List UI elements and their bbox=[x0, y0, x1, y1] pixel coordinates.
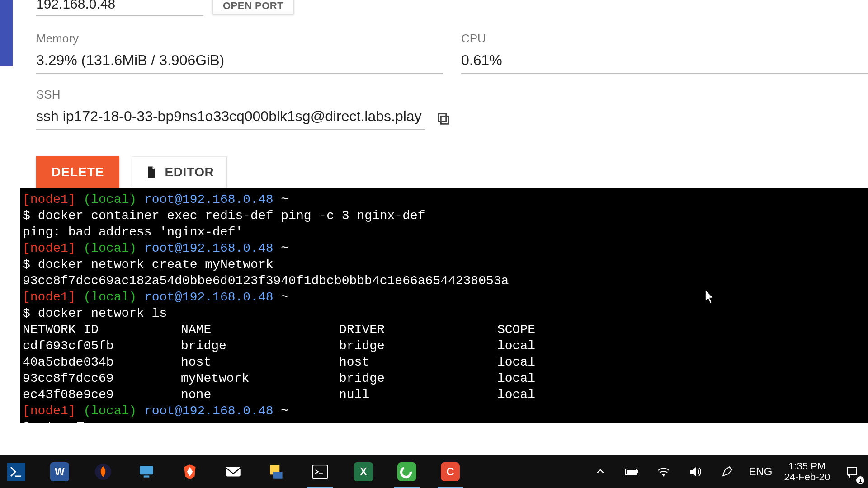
table-row: 40a5cbde034bhosthostlocal bbox=[23, 354, 865, 371]
prompt-line: [node1] (local) root@192.168.0.48 ~ bbox=[23, 192, 865, 208]
cpu-value: 0.61% bbox=[461, 52, 868, 74]
start-icon[interactable] bbox=[6, 462, 26, 482]
cmd-input-line[interactable]: $ clear bbox=[23, 419, 865, 436]
copy-button[interactable] bbox=[434, 109, 453, 128]
battery-icon[interactable] bbox=[622, 462, 642, 482]
delete-button[interactable]: DELETE bbox=[36, 156, 119, 188]
word-icon[interactable]: W bbox=[50, 462, 70, 482]
ip-row: 192.168.0.48 OPEN PORT bbox=[36, 0, 841, 16]
svg-text:W: W bbox=[55, 466, 65, 478]
prompt-line: [node1] (local) root@192.168.0.48 ~ bbox=[23, 403, 865, 419]
svg-rect-1 bbox=[439, 114, 446, 122]
svg-rect-10 bbox=[273, 472, 283, 479]
file-icon bbox=[145, 165, 158, 179]
tray-chevron-icon[interactable] bbox=[590, 462, 610, 482]
table-header: NETWORK IDNAMEDRIVERSCOPE bbox=[23, 322, 865, 338]
memory-label: Memory bbox=[36, 32, 443, 46]
editor-label: EDITOR bbox=[165, 165, 214, 179]
camtasia-icon[interactable] bbox=[397, 462, 417, 482]
memory-block: Memory 3.29% (131.6MiB / 3.906GiB) bbox=[36, 32, 443, 74]
output-line: ping: bad address 'nginx-def' bbox=[23, 224, 865, 240]
putty-icon[interactable] bbox=[267, 462, 287, 482]
svg-rect-8 bbox=[226, 467, 241, 477]
stats-row: Memory 3.29% (131.6MiB / 3.906GiB) CPU 0… bbox=[36, 32, 841, 74]
page: 192.168.0.48 OPEN PORT Memory 3.29% (131… bbox=[0, 0, 868, 455]
ip-field[interactable]: 192.168.0.48 bbox=[36, 0, 203, 16]
copy-icon bbox=[436, 111, 451, 127]
svg-rect-0 bbox=[441, 116, 448, 124]
recorder-icon[interactable]: C bbox=[440, 462, 460, 482]
open-port-button[interactable]: OPEN PORT bbox=[212, 0, 294, 14]
mail-icon[interactable] bbox=[223, 462, 243, 482]
clock-date: 24-Feb-20 bbox=[784, 472, 830, 483]
editor-button[interactable]: EDITOR bbox=[132, 157, 226, 188]
ssh-row: SSH ssh ip172-18-0-33-bp9ns1o33cq000blk1… bbox=[36, 88, 841, 130]
svg-rect-7 bbox=[144, 475, 150, 477]
memory-value: 3.29% (131.6MiB / 3.906GiB) bbox=[36, 52, 443, 74]
table-row: 93cc8f7dcc69myNetworkbridgelocal bbox=[23, 371, 865, 387]
svg-rect-6 bbox=[140, 466, 153, 474]
keyboard-language[interactable]: ENG bbox=[749, 465, 772, 478]
cpu-block: CPU 0.61% bbox=[461, 32, 868, 74]
svg-point-20 bbox=[663, 475, 665, 476]
taskbar-left: W X C bbox=[0, 462, 460, 482]
notifications-count: 1 bbox=[856, 476, 864, 484]
cmd-line: $ docker container exec redis-def ping -… bbox=[23, 208, 865, 224]
volume-icon[interactable] bbox=[685, 462, 705, 482]
output-line: 93cc8f7dcc69ac182a54d0bbe6d0123f3940f1db… bbox=[23, 273, 865, 289]
brave-icon[interactable] bbox=[180, 462, 200, 482]
powershell-icon bbox=[7, 463, 25, 481]
ssh-label: SSH bbox=[36, 88, 841, 102]
svg-rect-21 bbox=[847, 467, 856, 474]
taskbar: W X C bbox=[0, 455, 868, 488]
cpu-label: CPU bbox=[461, 32, 868, 46]
excel-icon[interactable]: X bbox=[354, 462, 373, 482]
svg-rect-11 bbox=[312, 465, 328, 478]
prompt-line: [node1] (local) root@192.168.0.48 ~ bbox=[23, 240, 865, 257]
fire-icon[interactable] bbox=[93, 462, 113, 482]
svg-rect-18 bbox=[637, 470, 638, 473]
pen-icon[interactable] bbox=[717, 462, 737, 482]
terminal[interactable]: [node1] (local) root@192.168.0.48 ~ $ do… bbox=[20, 188, 868, 423]
cmd-line: $ docker network ls bbox=[23, 305, 865, 322]
table-row: cdf693cf05fbbridgebridgelocal bbox=[23, 338, 865, 354]
action-row: DELETE EDITOR bbox=[36, 156, 841, 188]
ssh-line: ssh ip172-18-0-33-bp9ns1o33cq000blk1sg@d… bbox=[36, 108, 841, 130]
wifi-icon[interactable] bbox=[654, 462, 674, 482]
terminal-app-icon[interactable] bbox=[310, 462, 330, 482]
svg-rect-19 bbox=[627, 470, 636, 474]
prompt-line: [node1] (local) root@192.168.0.48 ~ bbox=[23, 289, 865, 305]
svg-text:X: X bbox=[360, 466, 367, 478]
clock-time: 1:35 PM bbox=[784, 461, 830, 472]
computer-icon[interactable] bbox=[137, 462, 156, 482]
svg-text:C: C bbox=[447, 466, 454, 478]
cmd-line: $ docker network create myNetwork bbox=[23, 257, 865, 273]
cursor bbox=[77, 422, 84, 434]
table-row: ec43f08e9ce9nonenulllocal bbox=[23, 387, 865, 403]
taskbar-right: ENG 1:35 PM 24-Feb-20 1 bbox=[590, 461, 868, 483]
info-panel: 192.168.0.48 OPEN PORT Memory 3.29% (131… bbox=[0, 0, 868, 202]
notifications-icon[interactable]: 1 bbox=[842, 462, 862, 482]
ssh-value[interactable]: ssh ip172-18-0-33-bp9ns1o33cq000blk1sg@d… bbox=[36, 108, 425, 130]
clock[interactable]: 1:35 PM 24-Feb-20 bbox=[784, 461, 830, 483]
